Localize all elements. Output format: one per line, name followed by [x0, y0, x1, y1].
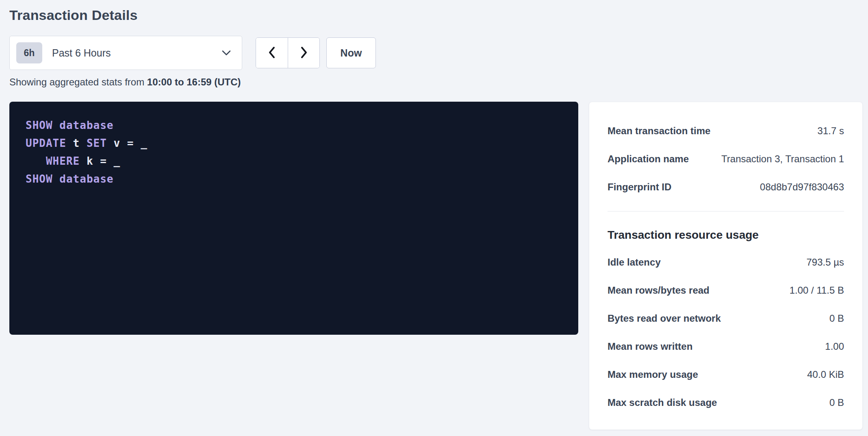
subtitle-time-range: 10:00 to 16:59 (UTC) [147, 76, 241, 87]
resource-usage-heading: Transaction resource usage [608, 228, 844, 242]
stat-value: 1.00 / 11.5 B [790, 285, 844, 296]
chevron-down-icon [221, 50, 231, 56]
stat-label: Bytes read over network [608, 313, 721, 324]
sql-keyword-token: SET [87, 137, 107, 149]
aggregated-stats-subtitle: Showing aggregated stats from 10:00 to 1… [9, 76, 241, 88]
stat-value: 0 B [829, 397, 844, 408]
stat-value: 793.5 µs [806, 257, 844, 268]
transaction-stats-card: Mean transaction time31.7 sApplication n… [589, 102, 863, 430]
stat-row: Mean rows/bytes read1.00 / 11.5 B [608, 276, 844, 304]
stat-value: 0 B [829, 313, 844, 324]
stat-label: Max scratch disk usage [608, 397, 717, 408]
stat-label: Max memory usage [608, 369, 698, 380]
sql-line: UPDATE t SET v = _ [26, 134, 562, 152]
transaction-details-page: Transaction Details 6h Past 6 Hours [0, 0, 868, 436]
sql-plain-token: t [66, 137, 87, 149]
resource-usage-section: Idle latency793.5 µsMean rows/bytes read… [608, 248, 844, 416]
card-divider [608, 211, 844, 211]
page-title: Transaction Details [9, 7, 138, 23]
chevron-left-icon [267, 46, 276, 60]
sql-keyword-token: WHERE [26, 155, 80, 167]
stat-row: Fingerprint ID08d8b7d97f830463 [608, 173, 844, 201]
chevron-right-icon [299, 46, 308, 60]
previous-time-button[interactable] [256, 38, 288, 68]
stat-label: Application name [608, 153, 689, 165]
stat-label: Idle latency [608, 257, 661, 268]
stat-value: Transaction 3, Transaction 1 [721, 153, 844, 165]
next-time-button[interactable] [288, 38, 319, 68]
stat-row: Mean rows written1.00 [608, 332, 844, 360]
stat-label: Mean rows/bytes read [608, 285, 710, 296]
stat-label: Mean transaction time [608, 125, 710, 137]
stat-label: Mean rows written [608, 341, 692, 352]
sql-keyword-token: SHOW database [26, 119, 114, 131]
stat-label: Fingerprint ID [608, 181, 671, 193]
sql-plain-token: v = _ [107, 137, 148, 149]
time-range-label: Past 6 Hours [52, 47, 111, 59]
stat-row: Max scratch disk usage0 B [608, 388, 844, 416]
time-range-dropdown[interactable]: 6h Past 6 Hours [9, 36, 242, 70]
stat-value: 08d8b7d97f830463 [760, 181, 844, 193]
summary-stats-section: Mean transaction time31.7 sApplication n… [608, 117, 844, 201]
sql-keyword-token: UPDATE [26, 137, 66, 149]
time-step-button-group [256, 37, 320, 68]
time-range-badge: 6h [16, 42, 42, 63]
sql-line: SHOW database [26, 116, 562, 134]
sql-statement-text: SHOW databaseUPDATE t SET v = _ WHERE k … [26, 116, 562, 188]
stat-row: Idle latency793.5 µs [608, 248, 844, 276]
sql-statement-box: SHOW databaseUPDATE t SET v = _ WHERE k … [9, 102, 578, 335]
stat-row: Application nameTransaction 3, Transacti… [608, 145, 844, 173]
sql-keyword-token: SHOW database [26, 173, 114, 185]
stat-value: 1.00 [825, 341, 844, 352]
stat-row: Bytes read over network0 B [608, 304, 844, 332]
sql-line: SHOW database [26, 170, 562, 188]
stat-row: Max memory usage40.0 KiB [608, 360, 844, 388]
subtitle-prefix: Showing aggregated stats from [9, 76, 147, 87]
sql-plain-token: k = _ [80, 155, 120, 167]
stat-value: 31.7 s [818, 125, 844, 137]
stat-value: 40.0 KiB [807, 369, 844, 380]
stat-row: Mean transaction time31.7 s [608, 117, 844, 145]
now-button[interactable]: Now [326, 37, 376, 68]
sql-line: WHERE k = _ [26, 152, 562, 170]
